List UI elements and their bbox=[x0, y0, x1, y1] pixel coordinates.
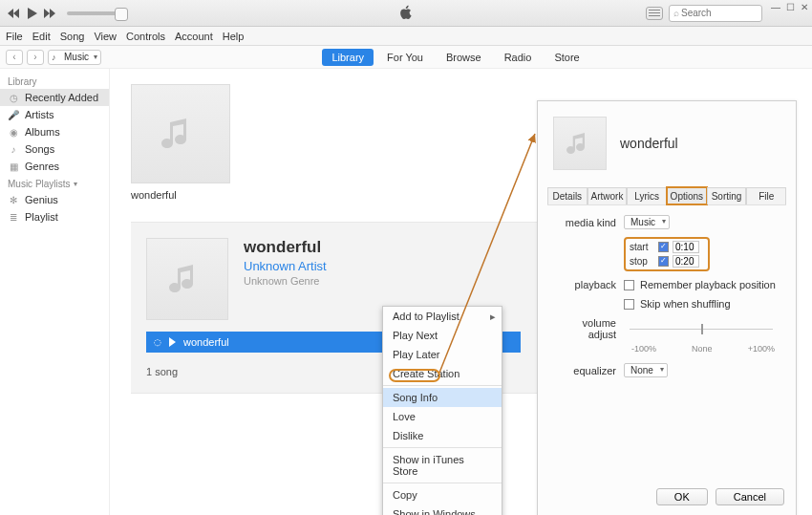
menu-edit[interactable]: Edit bbox=[32, 31, 51, 42]
ctx-play-later[interactable]: Play Later bbox=[383, 345, 502, 364]
detail-genre: Unknown Genre bbox=[244, 275, 327, 287]
equalizer-label: equalizer bbox=[555, 365, 624, 376]
grid-icon: ▦ bbox=[8, 161, 19, 172]
atom-icon: ✻ bbox=[8, 195, 19, 205]
list-icon: ≣ bbox=[8, 212, 19, 223]
skip-checkbox[interactable] bbox=[624, 299, 634, 310]
prev-button[interactable] bbox=[6, 7, 23, 20]
tab-for-you[interactable]: For You bbox=[377, 49, 433, 66]
info-tab-options[interactable]: Options bbox=[667, 187, 707, 204]
apple-logo-icon bbox=[399, 5, 413, 22]
sidebar: Library ◷Recently Added🎤Artists◉Albums♪S… bbox=[0, 69, 110, 515]
sidebar-item-recently-added[interactable]: ◷Recently Added bbox=[0, 89, 109, 106]
equalizer-select[interactable]: None bbox=[624, 363, 668, 377]
now-playing-icon: ◌ bbox=[154, 337, 161, 347]
music-note-icon bbox=[566, 129, 594, 158]
menu-view[interactable]: View bbox=[94, 31, 117, 42]
clock-icon: ◷ bbox=[8, 93, 19, 103]
album-tile[interactable] bbox=[131, 84, 230, 183]
start-label: start bbox=[630, 242, 654, 252]
sidebar-item-artists[interactable]: 🎤Artists bbox=[0, 106, 109, 123]
sidebar-item-songs[interactable]: ♪Songs bbox=[0, 140, 109, 158]
play-icon bbox=[169, 337, 176, 347]
menu-file[interactable]: File bbox=[6, 31, 23, 42]
sidebar-item-label: Playlist bbox=[25, 211, 58, 223]
ctx-create-station[interactable]: Create Station bbox=[383, 364, 502, 383]
music-note-icon bbox=[168, 260, 206, 298]
sidebar-item-playlist[interactable]: ≣Playlist bbox=[0, 208, 109, 225]
stop-input[interactable] bbox=[673, 255, 699, 268]
remember-label: Remember playback position bbox=[640, 279, 776, 290]
ctx-show-in-itunes-store[interactable]: Show in iTunes Store bbox=[383, 450, 502, 481]
sidebar-item-genres[interactable]: ▦Genres bbox=[0, 158, 109, 175]
library-selector[interactable]: Music bbox=[48, 50, 101, 65]
tab-browse[interactable]: Browse bbox=[437, 49, 491, 66]
cancel-button[interactable]: Cancel bbox=[716, 488, 784, 505]
menu-account[interactable]: Account bbox=[175, 31, 213, 42]
info-tab-sorting[interactable]: Sorting bbox=[707, 187, 747, 204]
ctx-show-in-windows-explorer[interactable]: Show in Windows Explorer bbox=[383, 504, 502, 515]
remember-checkbox[interactable] bbox=[624, 280, 634, 290]
sidebar-item-label: Albums bbox=[25, 126, 60, 138]
ctx-love[interactable]: Love bbox=[383, 407, 502, 426]
sidebar-item-label: Artists bbox=[25, 109, 54, 120]
info-title: wonderful bbox=[620, 136, 678, 151]
track-label: wonderful bbox=[183, 336, 229, 348]
skip-label: Skip when shuffling bbox=[640, 298, 731, 310]
stop-checkbox[interactable] bbox=[658, 256, 669, 267]
sidebar-library-head: Library bbox=[0, 73, 109, 89]
sidebar-item-label: Recently Added bbox=[25, 92, 98, 103]
stop-label: stop bbox=[630, 256, 654, 267]
ctx-copy[interactable]: Copy bbox=[383, 485, 502, 504]
ok-button[interactable]: OK bbox=[656, 488, 708, 505]
detail-album-tile bbox=[146, 238, 228, 320]
menu-controls[interactable]: Controls bbox=[126, 31, 165, 42]
menu-song[interactable]: Song bbox=[60, 31, 85, 42]
ctx-play-next[interactable]: Play Next bbox=[383, 326, 502, 345]
ctx-dislike[interactable]: Dislike bbox=[383, 426, 502, 445]
sidebar-item-albums[interactable]: ◉Albums bbox=[0, 123, 109, 140]
note-icon: ♪ bbox=[8, 144, 19, 155]
sidebar-item-label: Genius bbox=[25, 194, 58, 205]
back-button[interactable]: ‹ bbox=[6, 50, 23, 65]
maximize-button[interactable]: ☐ bbox=[786, 2, 795, 12]
volume-slider[interactable] bbox=[67, 11, 128, 15]
context-menu: Add to PlaylistPlay NextPlay LaterCreate… bbox=[382, 306, 502, 515]
volume-adjust-slider[interactable] bbox=[630, 329, 773, 330]
volume-adjust-label: volume adjust bbox=[555, 317, 624, 340]
ctx-song-info[interactable]: Song Info bbox=[383, 388, 502, 407]
menubar: FileEditSongViewControlsAccountHelp bbox=[0, 27, 812, 46]
detail-artist[interactable]: Unknown Artist bbox=[244, 259, 327, 273]
info-tab-lyrics[interactable]: Lyrics bbox=[627, 187, 667, 204]
next-button[interactable] bbox=[42, 7, 59, 20]
info-tab-artwork[interactable]: Artwork bbox=[588, 187, 628, 204]
tab-library[interactable]: Library bbox=[322, 49, 374, 66]
media-kind-select[interactable]: Music bbox=[624, 215, 670, 229]
forward-button[interactable]: › bbox=[27, 50, 44, 65]
sidebar-item-genius[interactable]: ✻Genius bbox=[0, 191, 109, 208]
detail-title: wonderful bbox=[244, 238, 327, 257]
close-button[interactable]: ✕ bbox=[801, 2, 808, 12]
tab-radio[interactable]: Radio bbox=[495, 49, 542, 66]
ctx-add-to-playlist[interactable]: Add to Playlist bbox=[383, 307, 502, 326]
minimize-button[interactable]: — bbox=[771, 2, 780, 12]
start-checkbox[interactable] bbox=[658, 242, 669, 252]
info-tab-details[interactable]: Details bbox=[547, 187, 588, 204]
tab-store[interactable]: Store bbox=[545, 49, 588, 66]
play-button[interactable] bbox=[25, 7, 40, 20]
search-icon: ⌕ bbox=[673, 8, 679, 18]
sidebar-item-label: Genres bbox=[25, 161, 59, 172]
list-view-icon[interactable] bbox=[646, 7, 663, 20]
menu-help[interactable]: Help bbox=[223, 31, 245, 42]
start-input[interactable] bbox=[673, 241, 699, 253]
start-stop-group: start stop bbox=[624, 237, 710, 271]
media-kind-label: media kind bbox=[555, 217, 624, 228]
music-note-icon bbox=[160, 113, 202, 155]
disc-icon: ◉ bbox=[8, 127, 19, 138]
sidebar-item-label: Songs bbox=[25, 143, 54, 155]
song-info-dialog: wonderful DetailsArtworkLyricsOptionsSor… bbox=[537, 100, 797, 515]
titlebar: ⌕ — ☐ ✕ bbox=[0, 0, 812, 27]
info-tab-file[interactable]: File bbox=[746, 187, 786, 204]
search-input[interactable]: ⌕ bbox=[669, 5, 762, 22]
mic-icon: 🎤 bbox=[8, 110, 19, 120]
